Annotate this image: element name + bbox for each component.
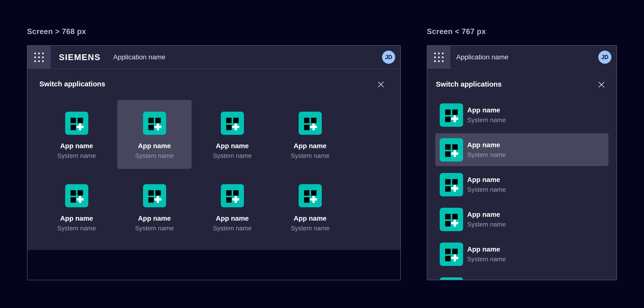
- app-icon: [221, 184, 244, 207]
- app-tile[interactable]: App name System name: [117, 172, 192, 241]
- app-list: App name System name App name System nam…: [435, 98, 608, 280]
- switch-applications-overlay: Switch applications App name System name…: [28, 69, 400, 250]
- system-name-label: System name: [467, 151, 506, 158]
- app-icon: [440, 277, 463, 280]
- app-tile[interactable]: App name System name: [195, 172, 270, 241]
- system-name-label: System name: [467, 116, 506, 124]
- app-icon: [440, 208, 463, 231]
- app-switch-grid-icon: [34, 52, 44, 62]
- app-icon: [440, 104, 463, 127]
- system-name-label: System name: [467, 221, 506, 228]
- app-list-item[interactable]: App name System name: [435, 203, 608, 236]
- system-name-label: System name: [195, 224, 270, 232]
- system-name-label: System name: [273, 224, 347, 232]
- close-button[interactable]: [596, 79, 607, 90]
- app-icon: [221, 112, 244, 135]
- app-header: SIEMENS Application name JD: [28, 46, 400, 69]
- app-name-label: App name: [40, 214, 114, 222]
- app-icon: [299, 112, 322, 135]
- system-name-label: System name: [117, 152, 192, 160]
- app-switch-grid-icon: [434, 52, 444, 62]
- switch-applications-overlay: Switch applications App name System name…: [427, 69, 616, 280]
- app-header: Application name JD: [427, 46, 616, 69]
- app-name-label: App name: [467, 141, 506, 149]
- app-name-label: App name: [467, 176, 506, 184]
- app-content-area: [28, 250, 400, 280]
- screen-label-mobile: Screen < 767 px: [427, 27, 486, 36]
- user-avatar[interactable]: JD: [382, 50, 395, 64]
- app-list-item-highlighted[interactable]: App name System name: [435, 133, 608, 166]
- app-name-label: App name: [467, 106, 506, 114]
- app-icon: [65, 184, 88, 207]
- app-icon: [143, 112, 166, 135]
- switch-applications-title: Switch applications: [436, 80, 616, 88]
- window-mobile: Application name JD Switch applications …: [427, 45, 617, 280]
- application-name-title: Application name: [456, 53, 508, 61]
- app-name-label: App name: [273, 142, 347, 150]
- app-tile[interactable]: App name System name: [40, 172, 114, 241]
- screen-label-desktop: Screen > 768 px: [27, 27, 86, 36]
- app-name-label: App name: [273, 214, 347, 222]
- siemens-logo: SIEMENS: [59, 52, 101, 62]
- app-list-item[interactable]: App name System name: [435, 98, 608, 131]
- app-name-label: App name: [40, 142, 114, 150]
- app-name-label: App name: [195, 214, 270, 222]
- app-tile[interactable]: App name System name: [273, 100, 347, 169]
- app-name-label: App name: [467, 211, 506, 218]
- system-name-label: System name: [195, 152, 270, 160]
- app-icon: [65, 112, 88, 135]
- app-name-label: App name: [117, 214, 192, 222]
- app-switch-button[interactable]: [28, 46, 50, 68]
- system-name-label: System name: [40, 224, 114, 232]
- app-tile[interactable]: App name System name: [273, 172, 347, 241]
- application-name-title: Application name: [113, 53, 166, 61]
- app-tile[interactable]: App name System name: [195, 100, 270, 169]
- system-name-label: System name: [467, 186, 506, 194]
- app-name-label: App name: [195, 142, 270, 150]
- switch-applications-title: Switch applications: [40, 80, 400, 88]
- app-name-label: App name: [467, 246, 506, 253]
- system-name-label: System name: [40, 152, 114, 160]
- app-icon: [440, 138, 463, 162]
- app-icon: [440, 173, 463, 196]
- app-tile-highlighted[interactable]: App name System name: [117, 100, 192, 169]
- app-list-item[interactable]: App name System name: [435, 168, 608, 201]
- app-list-item-partial[interactable]: [435, 272, 608, 280]
- window-desktop: SIEMENS Application name JD Switch appli…: [27, 45, 401, 280]
- close-button[interactable]: [376, 79, 386, 90]
- close-x-icon: [598, 81, 605, 88]
- system-name-label: System name: [273, 152, 347, 160]
- app-name-label: App name: [117, 142, 192, 150]
- app-grid: App name System name App name System nam…: [40, 100, 400, 241]
- user-avatar[interactable]: JD: [598, 50, 612, 64]
- app-icon: [143, 184, 166, 207]
- system-name-label: System name: [117, 224, 192, 232]
- app-switch-button[interactable]: [427, 46, 450, 68]
- app-icon: [440, 242, 463, 266]
- app-icon: [299, 184, 322, 207]
- close-x-icon: [378, 81, 384, 88]
- system-name-label: System name: [467, 256, 506, 263]
- app-list-item[interactable]: App name System name: [435, 238, 608, 270]
- app-tile[interactable]: App name System name: [40, 100, 114, 169]
